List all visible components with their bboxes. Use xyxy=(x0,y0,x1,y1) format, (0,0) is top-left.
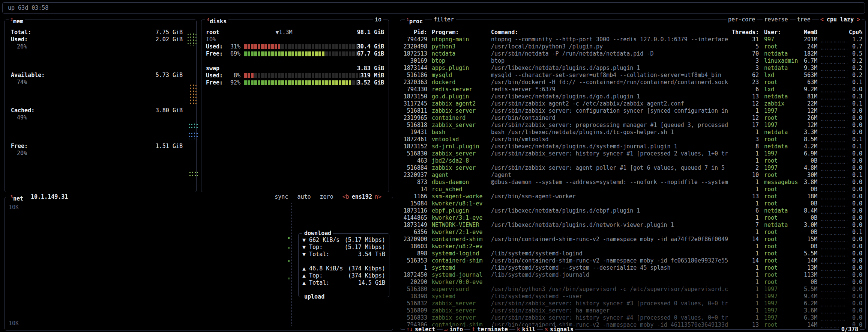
proc-cpu: 0.7 xyxy=(849,43,862,50)
process-row[interactable]: 2320900containerd-shim/usr/bin/container… xyxy=(400,236,865,243)
proc-command: /usr/bin/containerd-shim-runc-v2 -namesp… xyxy=(491,236,733,243)
process-row[interactable]: 516380supervisord/usr/bin/python3 /usr/b… xyxy=(400,286,865,293)
mem-used-graph xyxy=(187,33,197,46)
proc-action-signals[interactable]: ssignals xyxy=(543,326,575,332)
proc-threads: 8 xyxy=(732,143,759,150)
proc-cpu-graph: ⣀⣀⣀⣀⣀⣀⣀ xyxy=(820,307,847,314)
process-row[interactable]: 4144865kworker/3:1-eve1root0B⣀⣀⣀⣀⣀⣀⣀0.0 xyxy=(400,214,865,222)
proc-cpu-graph: ⣀⣀⣀⣀⣀⣀⣀ xyxy=(820,129,847,136)
net-interface-selector[interactable]: <bens192n> xyxy=(341,193,383,201)
proc-cpu: 0.0 xyxy=(849,164,862,172)
process-row[interactable]: 1872513netdata/usr/sbin/netdata -P /run/… xyxy=(400,50,865,57)
process-row[interactable]: 1873149NETWORK-VIEWER/usr/libexec/netdat… xyxy=(400,222,865,229)
proc-action-info[interactable]: ↵info xyxy=(443,326,464,332)
process-row[interactable]: 516811zabbix_server/usr/sbin/zabbix_serv… xyxy=(400,107,865,115)
proc-command: /agent xyxy=(491,172,733,179)
proc-command: /usr/bin/vmtoolsd xyxy=(491,136,733,143)
disk-used-row: Used:8%319 MiB xyxy=(206,72,384,79)
proc-mem: 6.3M xyxy=(798,314,817,321)
process-row[interactable]: 1873152sd-jrnl.plugin/usr/libexec/netdat… xyxy=(400,143,865,150)
process-row[interactable]: 2320937agent/agent10root30M⣀⣀⣀⣀⣀⣀⣀0.1 xyxy=(400,172,865,179)
proc-cpu: 0.0 xyxy=(849,86,862,93)
proc-mem: 0B xyxy=(798,279,817,286)
process-row[interactable]: 14rcu_sched1root0B⣀⣀⣀⣀⣀⣀⣀0.0 xyxy=(400,186,865,193)
process-row[interactable]: 1873150go.d.plugin/usr/libexec/netdata/p… xyxy=(400,93,865,100)
process-row[interactable]: 1166ssm-agent-worke/usr/bin/ssm-agent-wo… xyxy=(400,193,865,200)
process-row[interactable]: 1872450systemd-journal/lib/systemd/syste… xyxy=(400,272,865,279)
proc-program: dbus-daemon xyxy=(432,179,489,186)
proc-command: /usr/sbin/zabbix_server: configuration s… xyxy=(491,107,733,115)
process-row[interactable]: 516884zabbix_server/usr/sbin/zabbix_serv… xyxy=(400,164,865,172)
upload-box-title: upload xyxy=(302,293,326,300)
process-row[interactable]: 516832zabbix_server/usr/sbin/zabbix_serv… xyxy=(400,300,865,307)
proc-pid: 3117245 xyxy=(402,100,427,107)
process-row[interactable]: 516809zabbix_server/usr/sbin/zabbix_serv… xyxy=(400,307,865,314)
process-row[interactable]: 1872461vmtoolsd/usr/bin/vmtoolsd3root8.5… xyxy=(400,136,865,143)
proc-pid: 1872461 xyxy=(402,136,427,143)
process-row[interactable]: 898systemd-logind/lib/systemd/systemd-lo… xyxy=(400,250,865,257)
proc-pid: 1873150 xyxy=(402,93,427,100)
process-row[interactable]: 1873116ebpf.plugin/usr/libexec/netdata/p… xyxy=(400,207,865,214)
process-row[interactable]: 2319965containerd/usr/bin/containerd12ro… xyxy=(400,115,865,122)
proc-command: /lib/systemd/systemd --system --deserial… xyxy=(491,264,733,272)
proc-action-select[interactable]: ↑↓select xyxy=(405,326,437,332)
process-row[interactable]: 2320498python3/usr/local/bin/python3 /pl… xyxy=(400,43,865,50)
proc-cpu: 0.0 xyxy=(849,293,862,300)
process-row[interactable]: 794429ntopng-mainntopng --community --ht… xyxy=(400,36,865,43)
proc-program: supervisord xyxy=(432,286,489,293)
proc-command: redis-server *:6379 xyxy=(491,86,733,93)
net-rate-right: 3.54 TiB xyxy=(358,251,385,258)
proc-cpu-graph: ⣀⣀⣀⣀⣀⣀⣀ xyxy=(820,257,847,264)
proc-cpu: 0.0 xyxy=(849,186,862,193)
process-row[interactable]: 6356kworker/2:1-eve1root0B⣀⣀⣀⣀⣀⣀⣀0.1 xyxy=(400,229,865,236)
net-zero-button[interactable]: zero xyxy=(318,193,335,201)
proc-action-key: s xyxy=(545,326,548,332)
mem-free-graph xyxy=(188,132,198,139)
proc-cpu: 0.0 xyxy=(849,300,862,307)
process-row[interactable]: 516830zabbix_server/usr/sbin/zabbix_serv… xyxy=(400,150,865,157)
proc-pid: 1872513 xyxy=(402,50,427,57)
proc-program: sd-jrnl.plugin xyxy=(432,143,489,150)
proc-program: containerd-shim xyxy=(432,257,489,264)
proc-user: root xyxy=(764,236,802,243)
proc-pid: 18398 xyxy=(402,293,427,300)
proc-program: systemd xyxy=(432,264,489,272)
proc-cpu-graph: ⣀⣀⣀⣀⣀⣀⣀ xyxy=(820,186,847,193)
proc-pid: 1873149 xyxy=(402,222,427,229)
proc-action-kill[interactable]: kkill xyxy=(515,326,537,332)
process-row[interactable]: 516186mysqldmysqld --character-set-serve… xyxy=(400,72,865,79)
proc-command: /usr/sbin/zabbix_server: history syncer … xyxy=(491,300,733,307)
process-row[interactable]: 516833zabbix_server/usr/sbin/zabbix_serv… xyxy=(400,314,865,321)
proc-command: /usr/bin/containerd-shim-runc-v2 -namesp… xyxy=(491,257,733,264)
process-row[interactable]: 873dbus-daemon@dbus-daemon --system --ad… xyxy=(400,179,865,186)
proc-threads: 1 xyxy=(732,300,759,307)
process-row[interactable]: 20290kworker/0:0-eve1root0B⣀⣀⣀⣀⣀⣀⣀0.0 xyxy=(400,279,865,286)
disks-box: 4disks io root▼1.3M98.1 GiBIO%Used:31%30… xyxy=(201,20,389,192)
process-row[interactable]: 1systemd/lib/systemd/systemd --system --… xyxy=(400,264,865,272)
process-row[interactable]: 463jbd2/sda2-81root0B⣀⣀⣀⣀⣀⣀⣀0.0 xyxy=(400,157,865,164)
process-row[interactable]: 516818zabbix_server/usr/sbin/zabbix_serv… xyxy=(400,122,865,129)
proc-mem: 14M xyxy=(798,257,817,264)
iface-prev-key[interactable]: <b xyxy=(342,193,349,200)
proc-threads: 1 xyxy=(732,286,759,293)
mem-stat-label: Used: xyxy=(11,36,28,43)
proc-pid: 2320900 xyxy=(402,236,427,243)
process-row[interactable]: 3117245zabbix_agent2/usr/sbin/zabbix_age… xyxy=(400,100,865,107)
process-row[interactable]: 18603kworker/u8:2-ev1root0B⣀⣀⣀⣀⣀⣀⣀0.0 xyxy=(400,243,865,250)
net-auto-button[interactable]: auto xyxy=(296,193,312,201)
proc-pid: 516884 xyxy=(402,164,427,172)
proc-action-key: k xyxy=(517,326,520,332)
iface-next-key[interactable]: n> xyxy=(375,193,381,200)
process-row[interactable]: 18398systemd/lib/systemd/systemd --user1… xyxy=(400,293,865,300)
net-sync-button[interactable]: sync xyxy=(273,193,290,201)
process-row[interactable]: 2320363dockerd/usr/bin/dockerd -H fd:// … xyxy=(400,79,865,86)
process-row[interactable]: 1873144apps.plugin/usr/libexec/netdata/p… xyxy=(400,65,865,72)
process-row[interactable]: 15084kworker/u8:1-ev1root0B⣀⣀⣀⣀⣀⣀⣀0.0 xyxy=(400,200,865,207)
process-row[interactable]: 516353containerd-shim/usr/bin/containerd… xyxy=(400,257,865,264)
proc-action-label: select xyxy=(415,326,435,332)
proc-action-terminate[interactable]: tterminate xyxy=(470,326,509,332)
net-rate-right: 14.5 GiB xyxy=(358,279,385,287)
process-row[interactable]: 19431bashbash /usr/libexec/netdata/plugi… xyxy=(400,129,865,136)
process-row[interactable]: 794330redis-serverredis-server *:63796lx… xyxy=(400,86,865,93)
process-row[interactable]: 30169btopbtop3linuxadmin6.7M⣀⣀⣀⣀⣀⣀⣀0.2 xyxy=(400,57,865,65)
